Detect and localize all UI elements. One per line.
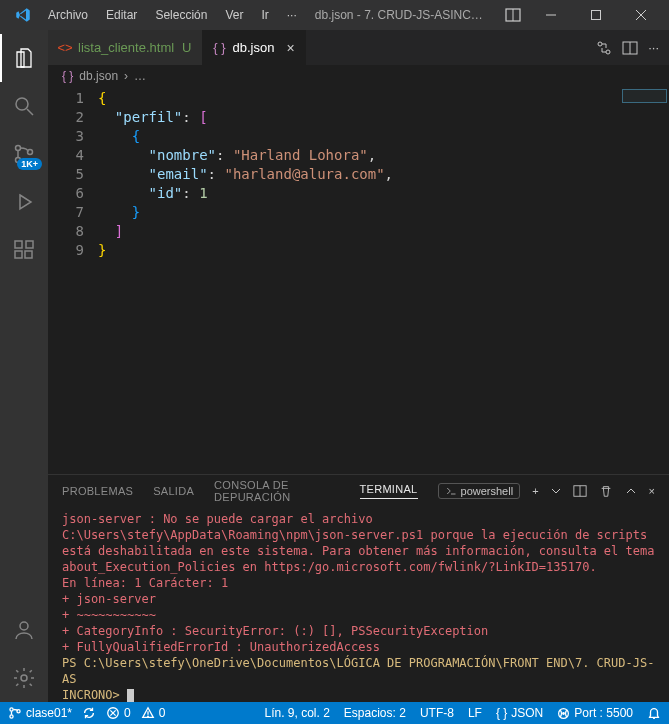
svg-point-8 xyxy=(16,146,21,151)
source-control-icon[interactable]: 1K+ xyxy=(0,130,48,178)
maximize-panel-icon[interactable] xyxy=(625,485,637,497)
indentation[interactable]: Espacios: 2 xyxy=(344,706,406,720)
svg-rect-12 xyxy=(15,241,22,248)
svg-point-25 xyxy=(10,715,13,718)
terminal-dropdown-icon[interactable] xyxy=(551,486,561,496)
split-terminal-icon[interactable] xyxy=(573,484,587,498)
code-content[interactable]: { "perfil": [ { "nombre": "Harland Lohor… xyxy=(98,87,669,474)
activitybar: 1K+ xyxy=(0,30,48,702)
maximize-button[interactable] xyxy=(573,0,618,30)
minimap[interactable] xyxy=(622,89,667,103)
vscode-logo-icon xyxy=(14,6,32,24)
breadcrumb[interactable]: { } db.json › … xyxy=(48,65,669,87)
bottom-panel: PROBLEMAS SALIDA CONSOLA DE DEPURACIÓN T… xyxy=(48,474,669,702)
menu-editar[interactable]: Editar xyxy=(98,4,145,26)
terminal-shell-selector[interactable]: powershell xyxy=(438,483,521,499)
menubar: Archivo Editar Selección Ver Ir ··· xyxy=(40,4,305,26)
svg-point-31 xyxy=(147,716,148,717)
html-file-icon: <> xyxy=(58,41,72,55)
breadcrumb-file: db.json xyxy=(79,69,118,83)
menu-more[interactable]: ··· xyxy=(279,4,305,26)
tab-lista-cliente[interactable]: <> lista_cliente.html U xyxy=(48,30,203,65)
titlebar: Archivo Editar Selección Ver Ir ··· db.j… xyxy=(0,0,669,30)
new-terminal-icon[interactable]: + xyxy=(532,485,538,497)
svg-rect-15 xyxy=(26,241,33,248)
extensions-icon[interactable] xyxy=(0,226,48,274)
panel-tab-consola[interactable]: CONSOLA DE DEPURACIÓN xyxy=(214,479,339,503)
warnings-count[interactable]: 0 xyxy=(141,706,166,720)
close-panel-icon[interactable]: × xyxy=(649,485,655,497)
window-controls xyxy=(528,0,663,30)
notifications-icon[interactable] xyxy=(647,706,661,720)
statusbar: clase01* 0 0 Lín. 9, col. 2 Espacios: 2 … xyxy=(0,702,669,724)
svg-point-17 xyxy=(21,675,27,681)
close-button[interactable] xyxy=(618,0,663,30)
live-server-port[interactable]: Port : 5500 xyxy=(557,706,633,720)
modified-indicator: U xyxy=(182,40,191,55)
kill-terminal-icon[interactable] xyxy=(599,484,613,498)
cursor-position[interactable]: Lín. 9, col. 2 xyxy=(264,706,329,720)
main-area: 1K+ <> lista_cliente.html U { } db.json xyxy=(0,30,669,702)
compare-icon[interactable] xyxy=(596,40,612,56)
scm-badge: 1K+ xyxy=(17,158,42,170)
sync-icon[interactable] xyxy=(82,706,96,720)
svg-rect-14 xyxy=(25,251,32,258)
eol[interactable]: LF xyxy=(468,706,482,720)
svg-point-18 xyxy=(598,42,602,46)
line-numbers: 123456789 xyxy=(48,87,98,474)
svg-rect-13 xyxy=(15,251,22,258)
window-title: db.json - 7. CRUD-JS-ASINCRO… xyxy=(305,8,498,22)
panel-tab-problemas[interactable]: PROBLEMAS xyxy=(62,485,133,497)
terminal-cursor xyxy=(127,689,134,703)
svg-line-7 xyxy=(27,109,33,115)
layout-icon[interactable] xyxy=(498,7,528,23)
json-file-icon: { } xyxy=(62,69,73,83)
svg-point-6 xyxy=(16,98,28,110)
svg-point-24 xyxy=(10,708,13,711)
split-editor-icon[interactable] xyxy=(622,40,638,56)
json-file-icon: { } xyxy=(213,41,227,55)
terminal-output[interactable]: json-server : No se puede cargar el arch… xyxy=(48,507,669,702)
search-icon[interactable] xyxy=(0,82,48,130)
menu-ver[interactable]: Ver xyxy=(217,4,251,26)
debug-icon[interactable] xyxy=(0,178,48,226)
code-editor[interactable]: 123456789 { "perfil": [ { "nombre": "Har… xyxy=(48,87,669,474)
menu-ir[interactable]: Ir xyxy=(253,4,276,26)
svg-rect-3 xyxy=(591,11,600,20)
more-icon[interactable]: ··· xyxy=(648,40,659,55)
svg-point-19 xyxy=(606,50,610,54)
menu-seleccion[interactable]: Selección xyxy=(147,4,215,26)
close-icon[interactable]: × xyxy=(286,40,294,56)
encoding[interactable]: UTF-8 xyxy=(420,706,454,720)
panel-tab-salida[interactable]: SALIDA xyxy=(153,485,194,497)
explorer-icon[interactable] xyxy=(0,34,48,82)
svg-marker-11 xyxy=(20,195,31,209)
menu-archivo[interactable]: Archivo xyxy=(40,4,96,26)
editor-group: <> lista_cliente.html U { } db.json × ··… xyxy=(48,30,669,702)
tab-db-json[interactable]: { } db.json × xyxy=(203,30,306,65)
panel-tabs: PROBLEMAS SALIDA CONSOLA DE DEPURACIÓN T… xyxy=(48,475,669,507)
tab-label: lista_cliente.html xyxy=(78,40,174,55)
tab-label: db.json xyxy=(233,40,275,55)
language-mode[interactable]: { } JSON xyxy=(496,706,543,720)
minimize-button[interactable] xyxy=(528,0,573,30)
account-icon[interactable] xyxy=(0,606,48,654)
tab-row: <> lista_cliente.html U { } db.json × ··… xyxy=(48,30,669,65)
settings-icon[interactable] xyxy=(0,654,48,702)
svg-point-16 xyxy=(20,622,28,630)
breadcrumb-more: … xyxy=(134,69,146,83)
svg-point-33 xyxy=(563,712,565,714)
panel-tab-terminal[interactable]: TERMINAL xyxy=(360,483,418,499)
chevron-right-icon: › xyxy=(124,69,128,83)
errors-count[interactable]: 0 xyxy=(106,706,131,720)
git-branch[interactable]: clase01* xyxy=(8,706,72,720)
